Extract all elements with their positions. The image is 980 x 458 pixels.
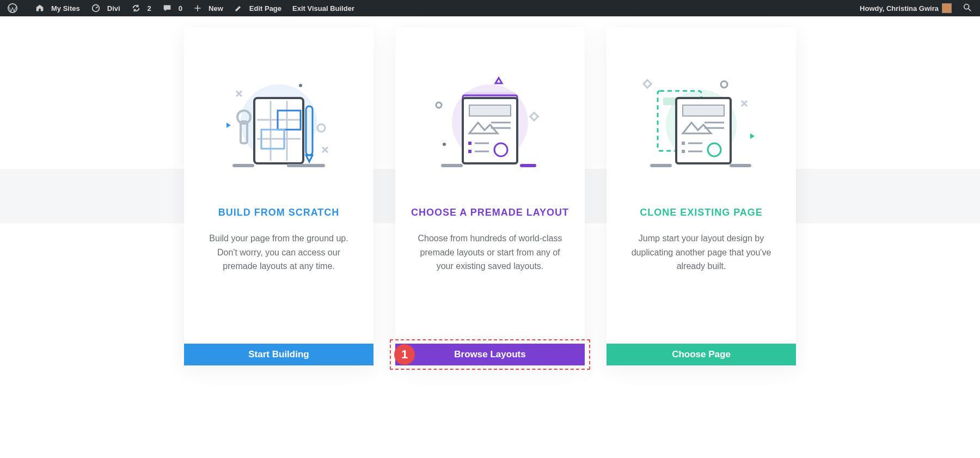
- svg-rect-21: [287, 164, 325, 167]
- updates-count: 2: [148, 4, 151, 13]
- cta-wrap: 1 Browse Layouts: [395, 344, 585, 365]
- wordpress-icon: [8, 3, 21, 13]
- browse-layouts-button[interactable]: Browse Layouts: [395, 344, 585, 365]
- admin-bar-right: Howdy, Christina Gwira: [854, 0, 978, 16]
- exit-vb-label: Exit Visual Builder: [292, 4, 354, 13]
- card-build-from-scratch: BUILD FROM SCRATCH Build your page from …: [184, 27, 373, 365]
- wp-admin-bar: My Sites Divi 2 0 New: [0, 0, 980, 16]
- svg-point-5: [317, 124, 325, 132]
- svg-point-2: [964, 4, 969, 9]
- my-sites-menu[interactable]: My Sites: [29, 0, 85, 16]
- edit-page-menu[interactable]: Edit Page: [229, 0, 287, 16]
- updates-menu[interactable]: 2: [126, 0, 157, 16]
- pencil-icon: [234, 4, 246, 13]
- plus-icon: [193, 4, 205, 13]
- svg-point-23: [436, 102, 442, 108]
- network-icon: [35, 3, 48, 13]
- scratch-illustration: [219, 65, 339, 174]
- card-description: Choose from hundreds of world-class prem…: [395, 231, 585, 273]
- card-description: Build your page from the ground up. Don'…: [184, 231, 373, 273]
- svg-rect-34: [468, 150, 471, 153]
- svg-rect-37: [441, 164, 463, 167]
- card-title: CLONE EXISTING PAGE: [640, 207, 763, 218]
- dashboard-icon: [91, 3, 104, 13]
- svg-rect-47: [683, 105, 724, 116]
- svg-rect-40: [644, 80, 651, 88]
- clone-illustration: [641, 65, 761, 174]
- svg-rect-55: [650, 164, 672, 167]
- card-title: BUILD FROM SCRATCH: [218, 207, 340, 218]
- search-icon: [963, 3, 972, 13]
- new-label: New: [209, 4, 223, 13]
- my-sites-label: My Sites: [51, 4, 80, 13]
- avatar: [942, 3, 952, 13]
- wp-logo-menu[interactable]: [2, 0, 29, 16]
- svg-rect-38: [520, 164, 536, 167]
- svg-point-41: [721, 81, 727, 88]
- svg-rect-50: [682, 142, 685, 145]
- new-menu[interactable]: New: [188, 0, 229, 16]
- svg-rect-56: [730, 164, 751, 167]
- start-building-button[interactable]: Start Building: [184, 344, 373, 365]
- premade-illustration: [430, 65, 550, 174]
- comment-icon: [162, 3, 175, 13]
- svg-rect-32: [468, 142, 471, 145]
- edit-page-label: Edit Page: [249, 4, 281, 13]
- card-description: Jump start your layout design by duplica…: [607, 231, 796, 273]
- svg-rect-20: [232, 164, 254, 167]
- svg-point-4: [299, 84, 302, 87]
- svg-rect-19: [306, 106, 313, 155]
- svg-point-25: [443, 143, 446, 146]
- site-name-label: Divi: [107, 4, 120, 13]
- card-title: CHOOSE A PREMADE LAYOUT: [411, 207, 569, 218]
- howdy-label: Howdy, Christina Gwira: [860, 4, 939, 13]
- update-icon: [131, 3, 144, 13]
- comments-count: 0: [179, 4, 182, 13]
- exit-visual-builder[interactable]: Exit Visual Builder: [287, 0, 360, 16]
- card-clone-existing: CLONE EXISTING PAGE Jump start your layo…: [607, 27, 796, 365]
- svg-rect-52: [682, 150, 685, 153]
- site-name-menu[interactable]: Divi: [85, 0, 126, 16]
- cta-wrap: Choose Page: [607, 344, 796, 365]
- svg-rect-24: [530, 113, 538, 120]
- builder-choice-cards: BUILD FROM SCRATCH Build your page from …: [0, 27, 980, 365]
- card-premade-layout: CHOOSE A PREMADE LAYOUT Choose from hund…: [395, 27, 585, 365]
- user-menu[interactable]: Howdy, Christina Gwira: [854, 0, 957, 16]
- admin-search[interactable]: [957, 3, 978, 14]
- admin-bar-left: My Sites Divi 2 0 New: [2, 0, 360, 16]
- svg-rect-29: [469, 105, 511, 116]
- comments-menu[interactable]: 0: [157, 0, 188, 16]
- choose-page-button[interactable]: Choose Page: [607, 344, 796, 365]
- cta-wrap: Start Building: [184, 344, 373, 365]
